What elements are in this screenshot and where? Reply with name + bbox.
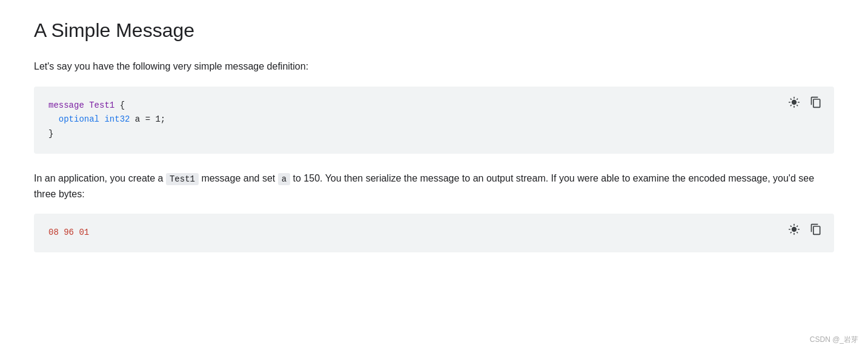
code-block-2-icons: [786, 221, 824, 238]
page-title: A Simple Message: [34, 19, 834, 42]
copy-icon-2: [810, 223, 822, 235]
code-content-1: message Test1 { optional int32 a = 1; }: [48, 99, 820, 142]
theme-toggle-button-2[interactable]: [786, 221, 803, 238]
code-content-2: 08 96 01: [48, 226, 820, 240]
watermark: CSDN @_岩芽: [810, 335, 858, 345]
copy-icon: [810, 96, 822, 108]
theme-toggle-button-1[interactable]: [786, 94, 803, 111]
middle-text-before-test1: In an application, you create a: [34, 173, 166, 183]
test1-inline-code: Test1: [166, 173, 199, 185]
brightness-icon-2: [788, 223, 800, 235]
middle-paragraph: In an application, you create a Test1 me…: [34, 171, 834, 202]
code-block-1-icons: [786, 94, 824, 111]
brightness-icon: [788, 96, 800, 108]
a-inline-code: a: [278, 173, 290, 185]
code-block-2: 08 96 01: [34, 214, 834, 252]
copy-button-1[interactable]: [807, 94, 824, 111]
copy-button-2[interactable]: [807, 221, 824, 238]
intro-paragraph: Let's say you have the following very si…: [34, 59, 834, 74]
code-block-1: message Test1 { optional int32 a = 1; }: [34, 87, 834, 154]
middle-text-after-test1: message and set: [199, 173, 278, 183]
